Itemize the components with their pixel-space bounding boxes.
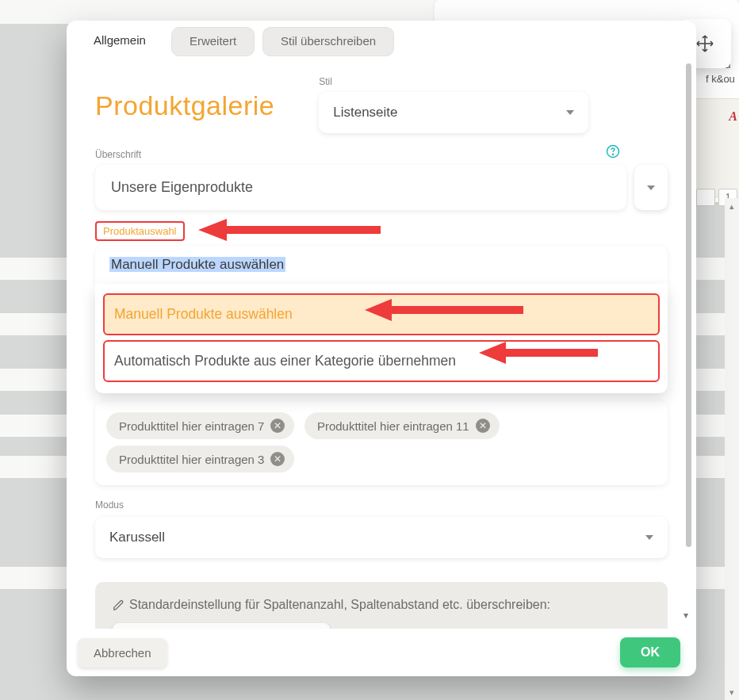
svg-marker-2: [198, 219, 227, 241]
tag-label: Produkttitel hier eintragen 11: [317, 419, 469, 433]
produktauswahl-option-manual[interactable]: Manuell Produkte auswählen: [103, 293, 660, 335]
svg-point-1: [612, 154, 613, 155]
tab-general[interactable]: Allgemein: [76, 27, 163, 56]
dialog-footer: Abbrechen OK: [67, 629, 696, 676]
tab-advanced[interactable]: Erweitert: [171, 27, 255, 56]
background-pager-prev[interactable]: [696, 189, 715, 206]
produktauswahl-label: Produktauswahl: [95, 221, 185, 241]
chevron-down-icon: [566, 110, 574, 115]
scroll-down-icon[interactable]: ▾: [683, 610, 693, 619]
tab-style-override[interactable]: Stil überschreiben: [262, 27, 394, 56]
modus-label: Modus: [95, 499, 668, 511]
heading-expand-button[interactable]: [634, 165, 668, 210]
remove-tag-icon[interactable]: ✕: [476, 419, 490, 433]
modus-value: Karussell: [109, 530, 165, 545]
background-brand-letter: A: [729, 109, 737, 124]
page-scrollbar[interactable]: ▴▾: [725, 198, 739, 700]
option-label: Automatisch Produkte aus einer Kategorie…: [114, 353, 456, 369]
move-icon: [695, 34, 714, 53]
selected-products-box[interactable]: Produkttitel hier eintragen 7 ✕ Produktt…: [95, 401, 668, 485]
advanced-settings-box: Standardeinstellung für Spaltenanzahl, S…: [95, 582, 668, 629]
product-tag[interactable]: Produkttitel hier eintragen 11 ✕: [304, 412, 500, 439]
chevron-down-icon: [647, 186, 655, 190]
svg-rect-3: [227, 226, 381, 234]
produktauswahl-option-auto[interactable]: Automatisch Produkte aus einer Kategorie…: [103, 340, 660, 382]
help-icon[interactable]: [606, 144, 620, 159]
annotation-arrow-1: [198, 216, 381, 243]
remove-tag-icon[interactable]: ✕: [270, 419, 285, 433]
stil-value: Listenseite: [333, 105, 397, 120]
dialog-scrollbar[interactable]: [686, 57, 691, 573]
remove-tag-icon[interactable]: ✕: [270, 452, 285, 466]
stil-label: Stil: [319, 76, 588, 87]
product-tag[interactable]: Produkttitel hier eintragen 3 ✕: [106, 446, 294, 472]
produktauswahl-dropdown: Manuell Produkte auswählen Automatisch P…: [95, 284, 668, 393]
modus-select[interactable]: Karussell: [95, 517, 668, 558]
option-label: Manuell Produkte auswählen: [114, 306, 293, 322]
tag-label: Produkttitel hier eintragen 3: [119, 453, 264, 466]
background-subtext-2: f k&ou: [706, 73, 735, 85]
chevron-down-icon: [645, 535, 653, 540]
advanced-settings-button[interactable]: Zu den erweiterten Einstellungen: [113, 623, 330, 629]
dialog-tabs: Allgemein Erweitert Stil überschreiben: [76, 27, 394, 56]
heading-label: Überschrift: [95, 149, 668, 160]
cancel-button[interactable]: Abbrechen: [78, 638, 167, 667]
produktauswahl-selected: Manuell Produkte auswählen: [109, 257, 285, 272]
ok-button[interactable]: OK: [620, 637, 680, 667]
advanced-settings-text: Standardeinstellung für Spaltenanzahl, S…: [113, 598, 650, 612]
pencil-icon: [113, 599, 124, 611]
dialog-title: Produktgalerie: [95, 90, 274, 121]
product-gallery-dialog: Allgemein Erweitert Stil überschreiben P…: [67, 21, 696, 676]
stil-select[interactable]: Listenseite: [319, 92, 588, 133]
heading-input[interactable]: [95, 165, 626, 210]
product-tag[interactable]: Produkttitel hier eintragen 7 ✕: [106, 412, 294, 439]
produktauswahl-select[interactable]: Manuell Produkte auswählen: [95, 246, 668, 284]
tag-label: Produkttitel hier eintragen 7: [119, 419, 264, 433]
